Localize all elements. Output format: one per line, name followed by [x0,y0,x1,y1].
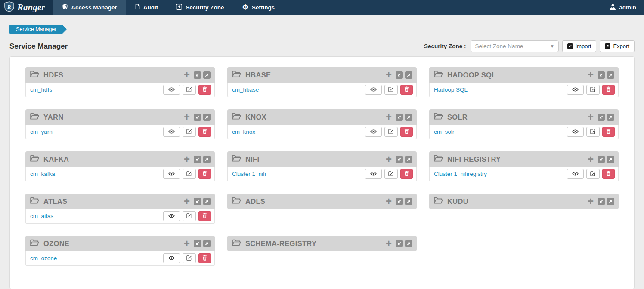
breadcrumb[interactable]: Service Manager [9,25,62,34]
delete-service-button[interactable] [198,169,211,179]
export-service-button[interactable] [203,240,211,247]
export-button[interactable]: Export [600,40,635,52]
add-service-button[interactable]: + [184,239,190,248]
view-service-button[interactable] [163,127,180,137]
service-link[interactable]: cm_yarn [30,129,53,135]
view-service-button[interactable] [365,127,382,137]
service-link[interactable]: Cluster 1_nifi [232,171,266,177]
delete-service-button[interactable] [400,169,413,179]
zone-select-placeholder: Select Zone Name [475,43,523,49]
service-link[interactable]: cm_ozone [30,255,57,261]
edit-service-button[interactable] [183,127,196,137]
import-service-button[interactable] [194,156,201,163]
import-button[interactable]: Import [562,40,597,52]
nav-item-audit[interactable]: Audit [126,0,167,15]
import-service-button[interactable] [194,240,201,247]
delete-service-button[interactable] [198,253,211,263]
export-service-button[interactable] [405,198,412,205]
add-service-button[interactable]: + [386,197,392,206]
service-link[interactable]: cm_hdfs [30,86,52,93]
edit-service-button[interactable] [183,253,196,263]
add-service-button[interactable]: + [184,113,190,121]
delete-service-button[interactable] [602,169,615,179]
add-service-button[interactable]: + [588,113,594,121]
import-service-button[interactable] [396,198,403,205]
edit-service-button[interactable] [586,85,600,95]
edit-service-button[interactable] [586,169,600,179]
add-service-button[interactable]: + [184,197,190,206]
export-service-button[interactable] [607,198,614,205]
export-service-button[interactable] [203,71,211,79]
add-service-button[interactable]: + [588,197,594,206]
export-service-button[interactable] [405,240,412,247]
service-group-title: KNOX [245,113,266,121]
import-service-button[interactable] [194,114,201,121]
import-service-button[interactable] [598,198,605,205]
view-service-button[interactable] [163,85,180,95]
edit-service-button[interactable] [183,169,196,179]
edit-service-button[interactable] [183,211,196,221]
import-service-button[interactable] [396,71,403,79]
view-service-button[interactable] [567,169,584,179]
import-service-button[interactable] [194,71,201,79]
service-link[interactable]: cm_hbase [232,86,259,93]
delete-service-button[interactable] [198,211,211,221]
edit-service-button[interactable] [384,85,398,95]
view-service-button[interactable] [567,85,584,95]
export-service-button[interactable] [203,114,211,121]
user-menu[interactable]: admin [602,0,644,15]
import-service-button[interactable] [396,114,403,121]
service-link[interactable]: cm_atlas [30,213,53,219]
service-link[interactable]: cm_knox [232,129,255,135]
export-service-button[interactable] [405,114,412,121]
export-service-button[interactable] [405,71,412,79]
export-service-button[interactable] [405,156,412,163]
delete-service-button[interactable] [198,127,211,137]
delete-service-button[interactable] [602,85,615,95]
view-service-button[interactable] [365,169,382,179]
add-service-button[interactable]: + [588,155,594,163]
add-service-button[interactable]: + [386,155,392,163]
ranger-brand[interactable]: R Ranger [0,0,53,15]
import-service-button[interactable] [598,71,605,79]
service-link[interactable]: Hadoop SQL [434,86,468,93]
service-link[interactable]: cm_kafka [30,171,55,177]
view-service-button[interactable] [163,169,180,179]
import-service-button[interactable] [396,240,403,247]
service-row-actions [567,127,615,137]
view-service-button[interactable] [365,85,382,95]
add-service-button[interactable]: + [588,71,594,79]
add-service-button[interactable]: + [184,71,190,79]
service-link[interactable]: Cluster 1_nifiregistry [434,171,487,177]
export-service-button[interactable] [203,198,211,205]
import-service-button[interactable] [598,114,605,121]
import-service-button[interactable] [194,198,201,205]
group-actions: + [184,197,211,206]
edit-service-button[interactable] [384,169,398,179]
edit-service-button[interactable] [586,127,600,137]
edit-service-button[interactable] [183,85,196,95]
view-service-button[interactable] [567,127,584,137]
delete-service-button[interactable] [198,85,211,95]
add-service-button[interactable]: + [386,113,392,121]
edit-service-button[interactable] [384,127,398,137]
export-service-button[interactable] [607,71,614,79]
export-service-button[interactable] [203,156,211,163]
add-service-button[interactable]: + [386,239,392,248]
nav-item-access-manager[interactable]: Access Manager [53,0,126,15]
import-service-button[interactable] [598,156,605,163]
nav-item-security-zone[interactable]: Security Zone [167,0,233,15]
nav-item-settings[interactable]: ⚙ Settings [233,0,284,15]
delete-service-button[interactable] [400,127,413,137]
service-link[interactable]: cm_solr [434,129,454,135]
delete-service-button[interactable] [400,85,413,95]
add-service-button[interactable]: + [184,155,190,163]
export-service-button[interactable] [607,156,614,163]
import-service-button[interactable] [396,156,403,163]
zone-select[interactable]: Select Zone Name ▼ [471,40,559,52]
delete-service-button[interactable] [602,127,615,137]
export-service-button[interactable] [607,114,614,121]
view-service-button[interactable] [163,211,180,221]
add-service-button[interactable]: + [386,71,392,79]
view-service-button[interactable] [163,253,180,263]
